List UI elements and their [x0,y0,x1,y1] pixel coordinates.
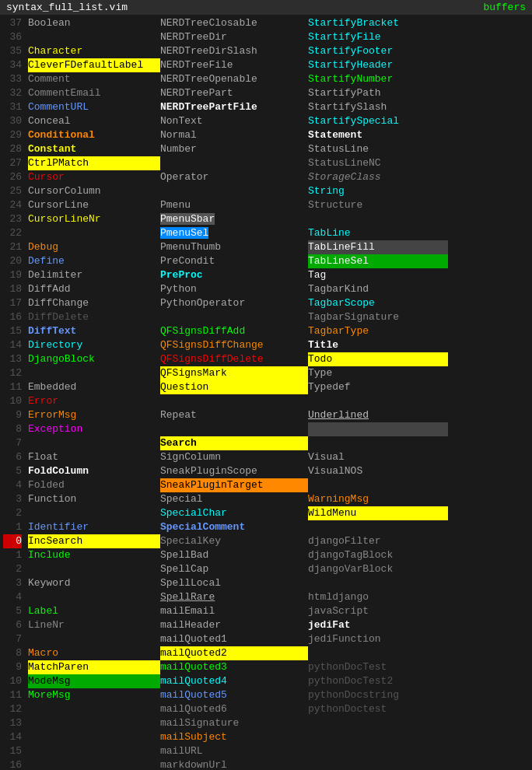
token: WildMenu [308,506,448,520]
token: DjangoBlock [28,352,160,366]
code-line: LineNr mailHeader jediFat [28,618,529,632]
token: PmenuSbar [160,213,215,225]
code-line: CommentEmail NERDTreePart StartifyPath [28,86,529,100]
token [308,758,448,770]
code-area: Boolean NERDTreeClosable StartifyBracket… [25,15,532,770]
token: CursorLine [28,198,160,212]
code-line: ModeMsg mailQuoted4 pythonDocTest2 [28,674,529,688]
code-line: MatchParen mailQuoted3 pythonDocTest [28,660,529,674]
code-line: Float SignColumn Visual [28,450,529,464]
token: jediFat [308,618,448,632]
token: StartifyPath [308,86,448,100]
token: mailHeader [160,618,308,632]
token: Search [160,436,308,450]
token: FoldColumn [28,464,160,478]
token: QFSignsDiffChange [160,338,308,352]
token: StartifySlash [308,100,448,114]
ln-26: 26 [3,170,22,184]
token [160,156,308,170]
code-line: Exception [28,422,529,436]
token: CursorLineNr [28,212,160,226]
token: Operator [160,170,308,184]
token [308,212,448,226]
token: Define [28,254,160,268]
ln-3: 3 [3,492,22,506]
token: ModeMsg [28,674,160,688]
title-bar: syntax_full_list.vim buffers [0,0,532,15]
token: pythonDoctest [308,702,448,716]
token [28,716,160,730]
token: Tag [308,268,448,282]
ln-2b: 2 [3,562,22,576]
token [160,394,308,408]
token [28,590,160,604]
token: jediFunction [308,632,448,646]
token: mailQuoted5 [160,688,308,702]
code-line: Label mailEmail javaScript [28,604,529,618]
token: Title [308,338,448,352]
token: Label [28,604,160,618]
ln-6b: 6 [3,618,22,632]
token: StartifySpecial [308,114,448,128]
ln-14b: 14 [3,730,22,744]
token: NERDTreePart [160,86,308,100]
ln-12: 12 [3,366,22,380]
token [160,184,308,198]
code-line: ErrorMsg Repeat Underlined [28,408,529,422]
code-line: CtrlPMatch StatusLineNC [28,156,529,170]
ln-11: 11 [3,380,22,394]
ln-37: 37 [3,16,22,30]
token [28,632,160,646]
token: SpellRare [160,590,308,604]
token: Directory [28,338,160,352]
ln-29: 29 [3,128,22,142]
code-line: mailSubject [28,730,529,744]
token: StartifyFooter [308,44,448,58]
token: QFSignsDiffAdd [160,324,308,338]
token: Cursor [28,170,160,184]
token: Include [28,548,160,562]
ln-7b: 7 [3,632,22,646]
token [308,394,448,408]
code-line: SpellCap djangoVarBlock [28,562,529,576]
token: Statement [308,128,448,142]
token: CleverFDefaultLabel [28,58,160,72]
code-line: Macro mailQuoted2 [28,646,529,660]
token: Typedef [308,380,448,394]
code-line: CursorColumn String [28,184,529,198]
token [308,478,448,492]
token: TabLine [308,226,448,240]
code-line: CommentURL NERDTreePartFile StartifySlas… [28,100,529,114]
token: NonText [160,114,308,128]
code-line: Identifier SpecialComment [28,520,529,534]
code-line: PmenuSel TabLine [28,226,529,240]
token: Normal [160,128,308,142]
token [308,576,448,590]
token [28,506,160,520]
code-line: Conditional Normal Statement [28,128,529,142]
ln-8b: 8 [3,646,22,660]
token: Identifier [28,520,160,534]
token: StatusLine [308,142,448,156]
token: NERDTreeOpenable [160,72,308,86]
token: QFSignsMark [160,366,308,380]
ln-2: 2 [3,506,22,520]
token [28,744,160,758]
token: mailQuoted6 [160,702,308,716]
token [28,758,160,770]
token: pythonDocTest [308,660,448,674]
token: SneakPluginScope [160,464,308,478]
code-line: Constant Number StatusLine [28,142,529,156]
code-line: Comment NERDTreeOpenable StartifyNumber [28,72,529,86]
code-line: Folded SneakPluginTarget [28,478,529,492]
token: MoreMsg [28,688,160,702]
ln-5: 5 [3,464,22,478]
token: mailQuoted4 [160,674,308,688]
code-line: Define PreCondit TabLineSel [28,254,529,268]
token: StorageClass [308,170,448,184]
token: Repeat [160,408,308,422]
ln-15b: 15 [3,744,22,758]
token: pythonDocstring [308,688,448,702]
file-title: syntax_full_list.vim [6,2,128,13]
token [308,716,448,730]
